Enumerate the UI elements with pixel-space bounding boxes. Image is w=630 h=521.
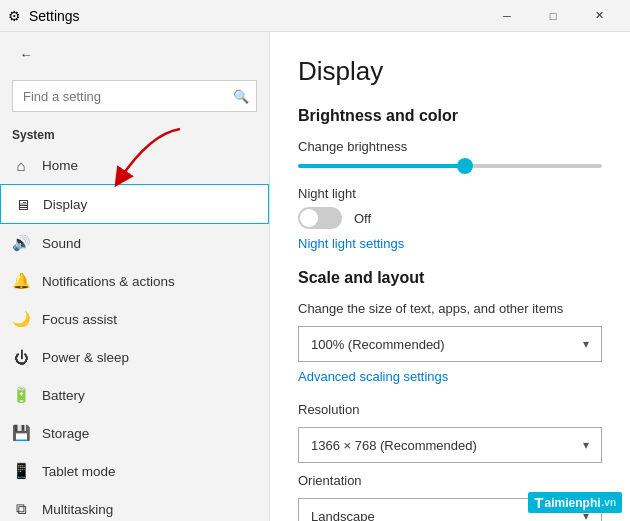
night-light-toggle-row: Off <box>298 207 602 229</box>
brightness-label: Change brightness <box>298 139 602 154</box>
search-input[interactable] <box>12 80 257 112</box>
battery-icon: 🔋 <box>12 386 30 404</box>
minimize-button[interactable]: ─ <box>484 0 530 32</box>
titlebar-controls: ─ □ ✕ <box>484 0 622 32</box>
night-light-toggle[interactable] <box>298 207 342 229</box>
scale-dropdown-value: 100% (Recommended) <box>311 337 445 352</box>
scale-section-heading: Scale and layout <box>298 269 602 287</box>
titlebar-left: ⚙ Settings <box>8 8 80 24</box>
watermark-t: T <box>534 494 543 511</box>
multitasking-icon: ⧉ <box>12 500 30 518</box>
sidebar-item-label: Home <box>42 158 78 173</box>
resolution-label: Resolution <box>298 402 602 417</box>
home-icon: ⌂ <box>12 156 30 174</box>
sidebar-item-sound[interactable]: 🔊 Sound <box>0 224 269 262</box>
resolution-dropdown-value: 1366 × 768 (Recommended) <box>311 438 477 453</box>
brightness-section-heading: Brightness and color <box>298 107 602 125</box>
resolution-dropdown-arrow: ▾ <box>583 438 589 452</box>
back-button[interactable]: ← <box>12 40 40 68</box>
advanced-scaling-link[interactable]: Advanced scaling settings <box>298 369 448 384</box>
sidebar-section-label: System <box>0 120 269 146</box>
scale-dropdown[interactable]: 100% (Recommended) ▾ <box>298 326 602 362</box>
app-icon: ⚙ <box>8 8 21 24</box>
close-button[interactable]: ✕ <box>576 0 622 32</box>
sidebar-item-multitasking[interactable]: ⧉ Multitasking <box>0 490 269 521</box>
scale-sub-label: Change the size of text, apps, and other… <box>298 301 602 316</box>
resolution-dropdown[interactable]: 1366 × 768 (Recommended) ▾ <box>298 427 602 463</box>
display-icon: 🖥 <box>13 195 31 213</box>
sidebar-item-display[interactable]: 🖥 Display <box>0 184 269 224</box>
sidebar-item-label: Power & sleep <box>42 350 129 365</box>
sidebar-item-label: Notifications & actions <box>42 274 175 289</box>
sidebar-item-tablet[interactable]: 📱 Tablet mode <box>0 452 269 490</box>
nav-top: ← <box>0 32 269 76</box>
tablet-icon: 📱 <box>12 462 30 480</box>
sidebar-item-label: Sound <box>42 236 81 251</box>
night-light-status: Off <box>354 211 371 226</box>
watermark-brand: aimienphi <box>545 496 601 510</box>
storage-icon: 💾 <box>12 424 30 442</box>
sidebar-item-focus[interactable]: 🌙 Focus assist <box>0 300 269 338</box>
night-light-settings-link[interactable]: Night light settings <box>298 236 404 251</box>
sidebar-item-label: Storage <box>42 426 89 441</box>
notifications-icon: 🔔 <box>12 272 30 290</box>
orientation-label: Orientation <box>298 473 602 488</box>
titlebar-title: Settings <box>29 8 80 24</box>
brightness-slider-track[interactable] <box>298 164 602 168</box>
sidebar-item-storage[interactable]: 💾 Storage <box>0 414 269 452</box>
titlebar: ⚙ Settings ─ □ ✕ <box>0 0 630 32</box>
orientation-dropdown-value: Landscape <box>311 509 375 522</box>
brightness-slider-container: Change brightness <box>298 139 602 168</box>
brightness-slider-thumb[interactable] <box>457 158 473 174</box>
sidebar-item-notifications[interactable]: 🔔 Notifications & actions <box>0 262 269 300</box>
sidebar-item-label: Tablet mode <box>42 464 116 479</box>
maximize-button[interactable]: □ <box>530 0 576 32</box>
sidebar-item-label: Focus assist <box>42 312 117 327</box>
watermark: T aimienphi .vn <box>528 492 622 513</box>
app-container: ← 🔍 System ⌂ Home 🖥 Display <box>0 32 630 521</box>
scale-dropdown-arrow: ▾ <box>583 337 589 351</box>
sidebar-item-power[interactable]: ⏻ Power & sleep <box>0 338 269 376</box>
sidebar-item-home[interactable]: ⌂ Home <box>0 146 269 184</box>
power-icon: ⏻ <box>12 348 30 366</box>
sidebar-item-battery[interactable]: 🔋 Battery <box>0 376 269 414</box>
sound-icon: 🔊 <box>12 234 30 252</box>
content-panel: Display Brightness and color Change brig… <box>270 32 630 521</box>
sidebar-item-label: Multitasking <box>42 502 113 517</box>
brightness-slider-fill <box>298 164 465 168</box>
toggle-knob <box>300 209 318 227</box>
night-light-row: Night light <box>298 186 602 201</box>
sidebar-item-label: Battery <box>42 388 85 403</box>
search-box: 🔍 <box>12 80 257 112</box>
sidebar: ← 🔍 System ⌂ Home 🖥 Display <box>0 32 270 521</box>
focus-icon: 🌙 <box>12 310 30 328</box>
night-light-label: Night light <box>298 186 356 201</box>
watermark-sub: .vn <box>602 497 616 508</box>
page-title: Display <box>298 56 602 87</box>
search-icon: 🔍 <box>233 89 249 104</box>
sidebar-item-label: Display <box>43 197 87 212</box>
